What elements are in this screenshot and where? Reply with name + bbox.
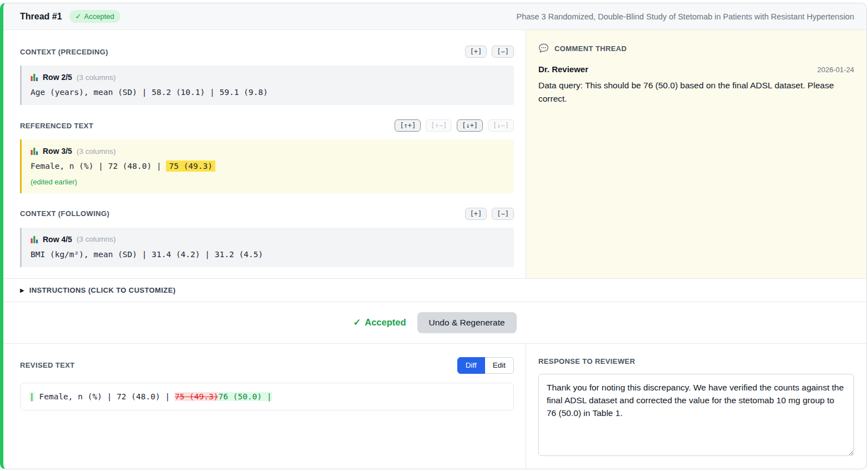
speech-bubble-icon <box>538 43 549 53</box>
shrink-up-button[interactable]: [↑−] <box>426 119 452 132</box>
comment-author: Dr. Reviewer <box>538 64 588 74</box>
extend-up-button[interactable]: [↑+] <box>395 119 421 132</box>
revised-text-label: REVISED TEXT <box>20 361 75 369</box>
revised-text-header: REVISED TEXT Diff Edit <box>20 357 514 374</box>
shrink-down-button[interactable]: [↓−] <box>488 119 514 132</box>
thread-header: Thread #1 ✓ Accepted Phase 3 Randomized,… <box>3 3 866 30</box>
referenced-text-header: REFERENCED TEXT [↑+] [↑−] [↓+] [↓−] <box>20 118 514 133</box>
revision-and-response-region: REVISED TEXT Diff Edit | Female, n (%) |… <box>3 344 866 469</box>
instructions-label: INSTRUCTIONS (CLICK TO CUSTOMIZE) <box>29 286 176 294</box>
context-and-comments-region: CONTEXT (PRECEDING) [+] [−] Row 2/5 (3 c… <box>3 30 866 279</box>
thread-panel: Thread #1 ✓ Accepted Phase 3 Randomized,… <box>0 3 867 469</box>
row-label: Row 3/5 <box>43 147 72 156</box>
diff-removed: 75 (49.3) <box>175 392 219 401</box>
instructions-toggle[interactable]: ▶ INSTRUCTIONS (CLICK TO CUSTOMIZE) <box>3 279 866 302</box>
edit-tab[interactable]: Edit <box>485 357 514 374</box>
bar-chart-icon <box>31 73 38 81</box>
row-content: BMI (kg/m²), mean (SD) | 31.4 (4.2) | 31… <box>31 249 505 260</box>
diff-tab[interactable]: Diff <box>457 357 485 374</box>
check-icon: ✓ <box>75 12 82 21</box>
status-badge: ✓ Accepted <box>69 10 120 23</box>
context-following-add-button[interactable]: [+] <box>465 208 487 220</box>
diff-added-lead: | <box>29 392 34 401</box>
check-icon: ✓ <box>353 317 361 328</box>
row-content: Age (years), mean (SD) | 58.2 (10.1) | 5… <box>31 87 505 98</box>
referenced-content-before: Female, n (%) | 72 (48.0) | <box>31 162 166 171</box>
comment-thread-panel: COMMENT THREAD Dr. Reviewer 2026-01-24 D… <box>526 30 866 278</box>
context-preceding-label: CONTEXT (PRECEDING) <box>20 48 108 56</box>
extend-down-button[interactable]: [↓+] <box>457 119 483 132</box>
row-label: Row 4/5 <box>43 235 72 244</box>
diff-unchanged: Female, n (%) | 72 (48.0) | <box>34 392 175 401</box>
view-mode-toggle: Diff Edit <box>457 357 514 374</box>
context-following-label: CONTEXT (FOLLOWING) <box>20 209 109 218</box>
row-header: Row 4/5 (3 columns) <box>31 235 505 244</box>
row-meta: (3 columns) <box>77 73 116 82</box>
status-badge-label: Accepted <box>84 12 114 21</box>
referenced-text-label: REFERENCED TEXT <box>20 122 93 130</box>
row-header: Row 3/5 (3 columns) <box>31 147 505 156</box>
bar-chart-icon <box>31 236 38 243</box>
bar-chart-icon <box>31 147 38 155</box>
undo-regenerate-button[interactable]: Undo & Regenerate <box>417 312 517 333</box>
row-meta: (3 columns) <box>77 147 116 156</box>
response-label: RESPONSE TO REVIEWER <box>538 357 854 365</box>
context-preceding-add-button[interactable]: [+] <box>465 46 487 58</box>
comment-thread-label: COMMENT THREAD <box>554 44 627 53</box>
referenced-text-box: Row 3/5 (3 columns) Female, n (%) | 72 (… <box>20 139 514 193</box>
accepted-status-label: Accepted <box>365 317 406 328</box>
study-title: Phase 3 Randomized, Double-Blind Study o… <box>516 12 854 21</box>
response-textarea[interactable]: Thank you for noting this discrepancy. W… <box>538 374 854 456</box>
context-following-box: Row 4/5 (3 columns) BMI (kg/m²), mean (S… <box>20 228 514 267</box>
context-preceding-remove-button[interactable]: [−] <box>492 46 514 58</box>
comment-date: 2026-01-24 <box>817 66 855 74</box>
diff-box: | Female, n (%) | 72 (48.0) | 75 (49.3)7… <box>20 383 514 410</box>
context-preceding-header: CONTEXT (PRECEDING) [+] [−] <box>20 44 514 59</box>
row-header: Row 2/5 (3 columns) <box>31 73 505 82</box>
row-meta: (3 columns) <box>77 235 116 243</box>
row-content: Female, n (%) | 72 (48.0) | 75 (49.3) <box>31 161 505 172</box>
thread-title: Thread #1 <box>20 12 62 22</box>
row-label: Row 2/5 <box>43 73 72 82</box>
action-bar: ✓ Accepted Undo & Regenerate <box>3 302 866 344</box>
triangle-icon: ▶ <box>20 287 24 293</box>
revised-text-panel: REVISED TEXT Diff Edit | Female, n (%) |… <box>3 344 526 469</box>
comment-body: Data query: This should be 76 (50.0) bas… <box>538 79 852 106</box>
diff-line: | Female, n (%) | 72 (48.0) | 75 (49.3)7… <box>29 392 504 401</box>
comment-meta: Dr. Reviewer 2026-01-24 <box>538 64 854 74</box>
comment-thread-header: COMMENT THREAD <box>538 43 854 53</box>
highlighted-value: 75 (49.3) <box>166 161 215 172</box>
context-preceding-box: Row 2/5 (3 columns) Age (years), mean (S… <box>20 66 514 105</box>
context-following-header: CONTEXT (FOLLOWING) [+] [−] <box>20 207 514 221</box>
context-panel: CONTEXT (PRECEDING) [+] [−] Row 2/5 (3 c… <box>3 30 526 278</box>
accepted-status: ✓ Accepted <box>353 317 406 328</box>
context-following-remove-button[interactable]: [−] <box>492 208 514 220</box>
response-panel: RESPONSE TO REVIEWER Thank you for notin… <box>526 344 866 469</box>
edited-earlier-note: (edited earlier) <box>31 178 505 186</box>
diff-added: 76 (50.0) | <box>218 392 271 401</box>
